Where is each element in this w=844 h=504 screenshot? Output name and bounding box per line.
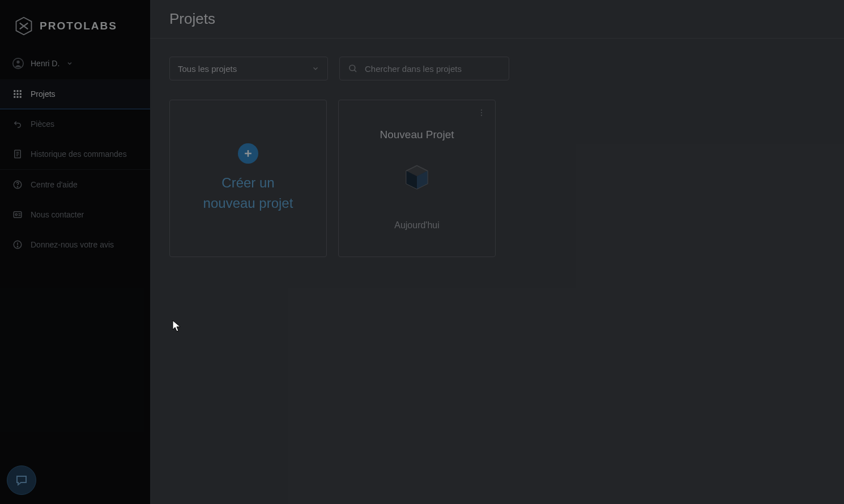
more-vertical-icon (477, 108, 486, 117)
sidebar-item-pieces[interactable]: Pièces (0, 109, 150, 139)
svg-point-17 (17, 186, 18, 187)
filter-value: Tous les projets (178, 64, 237, 74)
sidebar-item-label: Nous contacter (31, 210, 84, 219)
undo-icon (12, 119, 23, 129)
sidebar-item-label: Centre d'aide (31, 180, 78, 189)
chevron-down-icon (66, 60, 73, 67)
user-icon (12, 58, 24, 69)
brand-logo[interactable]: PROTOLABS (0, 0, 150, 48)
main-content: Projets Tous les projets (150, 0, 844, 504)
sidebar-item-label: Pièces (31, 119, 54, 129)
sidebar-item-projets[interactable]: Projets (0, 79, 150, 109)
search-icon (348, 63, 358, 74)
sidebar-item-historique[interactable]: Historique des commandes (0, 139, 150, 169)
svg-rect-4 (17, 90, 19, 92)
brand-name: PROTOLABS (40, 20, 117, 32)
sidebar-item-contact[interactable]: Nous contacter (0, 200, 150, 230)
svg-line-24 (354, 70, 356, 72)
chat-icon (15, 473, 28, 487)
create-project-label: Créer un nouveau projet (203, 173, 293, 213)
chevron-down-icon (312, 65, 319, 72)
contact-icon (12, 210, 23, 220)
sidebar: PROTOLABS Henri D. Projets (0, 0, 150, 504)
search-input[interactable] (365, 64, 501, 74)
help-icon (12, 180, 23, 190)
project-card-menu[interactable] (476, 107, 487, 118)
page-title: Projets (169, 10, 825, 28)
svg-rect-10 (17, 96, 19, 98)
sidebar-item-feedback[interactable]: Donnez-nous votre avis (0, 230, 150, 260)
svg-rect-7 (17, 93, 19, 95)
plus-circle-icon (238, 143, 258, 164)
protolabs-logo-icon (14, 16, 34, 36)
sidebar-item-label: Donnez-nous votre avis (31, 240, 114, 249)
sidebar-item-aide[interactable]: Centre d'aide (0, 170, 150, 200)
svg-point-27 (481, 109, 482, 110)
grid-icon (12, 89, 23, 99)
create-project-card[interactable]: Créer un nouveau projet (169, 100, 327, 257)
project-title: Nouveau Projet (380, 129, 454, 141)
project-date: Aujourd'hui (394, 220, 440, 230)
cube-icon (401, 161, 433, 193)
svg-point-23 (349, 65, 355, 71)
svg-point-2 (16, 61, 19, 63)
feedback-icon (12, 240, 23, 250)
svg-rect-5 (20, 90, 22, 92)
chat-fab[interactable] (7, 465, 36, 495)
toolbar: Tous les projets (150, 39, 844, 80)
receipt-icon (12, 149, 23, 159)
svg-rect-3 (14, 90, 15, 92)
svg-rect-9 (14, 96, 15, 98)
project-filter-select[interactable]: Tous les projets (169, 57, 328, 80)
project-card[interactable]: Nouveau Projet Aujourd'hui (338, 100, 496, 257)
search-box[interactable] (339, 57, 509, 80)
project-cards: Créer un nouveau projet Nouveau Projet A… (150, 80, 844, 276)
sidebar-item-label: Projets (31, 89, 56, 99)
user-menu[interactable]: Henri D. (0, 48, 150, 79)
svg-rect-8 (20, 93, 22, 95)
svg-rect-11 (20, 96, 22, 98)
svg-rect-6 (14, 93, 15, 95)
svg-point-28 (481, 112, 482, 113)
svg-point-22 (17, 246, 18, 247)
user-display-name: Henri D. (31, 59, 59, 68)
page-header: Projets (150, 0, 844, 39)
sidebar-item-label: Historique des commandes (31, 150, 127, 159)
svg-point-19 (15, 213, 17, 215)
svg-point-29 (481, 115, 482, 116)
